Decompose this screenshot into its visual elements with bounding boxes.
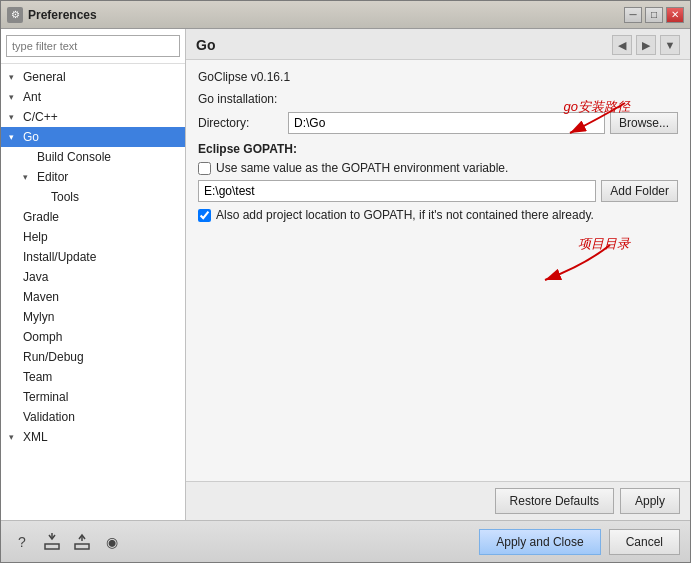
tree-label-maven: Maven [23, 290, 59, 304]
tree-item-general[interactable]: ▾General [1, 67, 185, 87]
tree-item-ant[interactable]: ▾Ant [1, 87, 185, 107]
panel-title: Go [196, 37, 215, 53]
forward-icon[interactable]: ▶ [636, 35, 656, 55]
footer-icons: ? ◉ [11, 531, 123, 553]
also-add-label: Also add project location to GOPATH, if … [216, 208, 594, 222]
tree-label-oomph: Oomph [23, 330, 62, 344]
footer-buttons: Apply and Close Cancel [479, 529, 680, 555]
left-panel: ▾General▾Ant▾C/C++▾Go Build Console▾Edit… [1, 29, 186, 520]
tree-item-gradle[interactable]: Gradle [1, 207, 185, 227]
tree-item-go[interactable]: ▾Go [1, 127, 185, 147]
svg-rect-4 [75, 544, 89, 549]
footer: ? ◉ Apply and Close Cancel [1, 520, 690, 562]
tree-item-editor[interactable]: ▾Editor [1, 167, 185, 187]
tree-item-xml[interactable]: ▾XML [1, 427, 185, 447]
tree-label-team: Team [23, 370, 52, 384]
tree-label-mylyn: Mylyn [23, 310, 54, 324]
tree-arrow-xml: ▾ [9, 432, 19, 442]
export-svg [42, 532, 62, 552]
eclipse-gopath-label: Eclipse GOPATH: [198, 142, 678, 156]
tree-label-build-console: Build Console [37, 150, 111, 164]
titlebar: ⚙ Preferences ─ □ ✕ [1, 1, 690, 29]
dialog-title: Preferences [28, 8, 624, 22]
tree-arrow-cpp: ▾ [9, 112, 19, 122]
tree-label-java: Java [23, 270, 48, 284]
tree-arrow-general: ▾ [9, 72, 19, 82]
tree-label-general: General [23, 70, 66, 84]
right-panel: Go ◀ ▶ ▼ GoClipse v0.16.1 Go installatio… [186, 29, 690, 520]
tree-item-build-console[interactable]: Build Console [1, 147, 185, 167]
tree-arrow-editor: ▾ [23, 172, 33, 182]
tree-item-java[interactable]: Java [1, 267, 185, 287]
tree: ▾General▾Ant▾C/C++▾Go Build Console▾Edit… [1, 64, 185, 520]
back-icon[interactable]: ◀ [612, 35, 632, 55]
app-icon: ⚙ [7, 7, 23, 23]
right-bottom: Restore Defaults Apply [186, 481, 690, 520]
version-text: GoClipse v0.16.1 [198, 70, 678, 84]
tree-label-ant: Ant [23, 90, 41, 104]
tree-arrow-ant: ▾ [9, 92, 19, 102]
record-icon[interactable]: ◉ [101, 531, 123, 553]
tree-item-terminal[interactable]: Terminal [1, 387, 185, 407]
import-svg [72, 532, 92, 552]
directory-input[interactable] [288, 112, 605, 134]
tree-label-editor: Editor [37, 170, 68, 184]
tree-arrow-go: ▾ [9, 132, 19, 142]
export-icon[interactable] [41, 531, 63, 553]
main-content: ▾General▾Ant▾C/C++▾Go Build Console▾Edit… [1, 29, 690, 520]
tree-label-xml: XML [23, 430, 48, 444]
import-icon[interactable] [71, 531, 93, 553]
minimize-button[interactable]: ─ [624, 7, 642, 23]
tree-label-install-update: Install/Update [23, 250, 96, 264]
right-header: Go ◀ ▶ ▼ [186, 29, 690, 60]
directory-label: Directory: [198, 116, 288, 130]
tree-label-run-debug: Run/Debug [23, 350, 84, 364]
tree-label-gradle: Gradle [23, 210, 59, 224]
gopath-row: Add Folder [198, 180, 678, 202]
tree-label-go: Go [23, 130, 39, 144]
apply-close-button[interactable]: Apply and Close [479, 529, 600, 555]
annotation-project-dir: 项目目录 [578, 235, 630, 253]
tree-label-cpp: C/C++ [23, 110, 58, 124]
tree-item-team[interactable]: Team [1, 367, 185, 387]
help-icon[interactable]: ? [11, 531, 33, 553]
tree-label-terminal: Terminal [23, 390, 68, 404]
cancel-button[interactable]: Cancel [609, 529, 680, 555]
add-folder-button[interactable]: Add Folder [601, 180, 678, 202]
annotation-go-path: go安装路径 [564, 98, 630, 116]
tree-item-mylyn[interactable]: Mylyn [1, 307, 185, 327]
preferences-dialog: ⚙ Preferences ─ □ ✕ ▾General▾Ant▾C/C++▾G… [0, 0, 691, 563]
tree-item-run-debug[interactable]: Run/Debug [1, 347, 185, 367]
apply-button[interactable]: Apply [620, 488, 680, 514]
tree-item-validation[interactable]: Validation [1, 407, 185, 427]
also-add-row: Also add project location to GOPATH, if … [198, 208, 678, 222]
tree-label-validation: Validation [23, 410, 75, 424]
close-button[interactable]: ✕ [666, 7, 684, 23]
gopath-input[interactable] [198, 180, 596, 202]
same-gopath-checkbox[interactable] [198, 162, 211, 175]
svg-rect-2 [45, 544, 59, 549]
right-body: GoClipse v0.16.1 Go installation: Direct… [186, 60, 690, 481]
window-controls: ─ □ ✕ [624, 7, 684, 23]
maximize-button[interactable]: □ [645, 7, 663, 23]
tree-label-help: Help [23, 230, 48, 244]
go-installation-label: Go installation: [198, 92, 288, 106]
tree-item-tools[interactable]: Tools [1, 187, 185, 207]
tree-item-oomph[interactable]: Oomph [1, 327, 185, 347]
same-gopath-row: Use same value as the GOPATH environment… [198, 161, 678, 175]
filter-input[interactable] [6, 35, 180, 57]
tree-label-tools: Tools [51, 190, 79, 204]
tree-item-cpp[interactable]: ▾C/C++ [1, 107, 185, 127]
same-gopath-label: Use same value as the GOPATH environment… [216, 161, 508, 175]
restore-defaults-button[interactable]: Restore Defaults [495, 488, 614, 514]
menu-icon[interactable]: ▼ [660, 35, 680, 55]
header-icons: ◀ ▶ ▼ [612, 35, 680, 55]
tree-item-help[interactable]: Help [1, 227, 185, 247]
tree-item-install-update[interactable]: Install/Update [1, 247, 185, 267]
tree-item-maven[interactable]: Maven [1, 287, 185, 307]
also-add-checkbox[interactable] [198, 209, 211, 222]
filter-wrap [1, 29, 185, 64]
